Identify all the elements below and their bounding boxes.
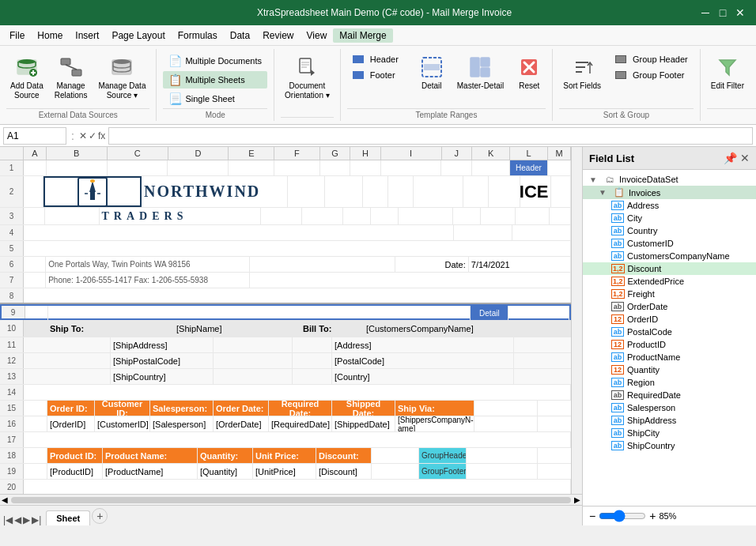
cell-group-footer-tag[interactable]: GroupFooter0 xyxy=(419,464,467,479)
field-list-item-custcompanyname[interactable]: ab CustomersCompanyName xyxy=(583,250,756,262)
cell-h3[interactable] xyxy=(399,208,453,224)
cell-prod-id-val[interactable]: [ProductID] xyxy=(47,464,103,479)
cell-bill-to-label[interactable]: Bill To: xyxy=(301,320,364,337)
cell-e11[interactable] xyxy=(293,337,332,352)
field-list-root[interactable]: ▼ 🗂 InvoiceDataSet xyxy=(583,173,756,186)
col-header-d[interactable]: D xyxy=(168,147,229,160)
col-header-f[interactable]: F xyxy=(274,147,320,160)
close-button[interactable]: ✕ xyxy=(732,5,748,21)
cell-a13[interactable] xyxy=(24,369,111,384)
cell-rest18[interactable] xyxy=(467,448,538,463)
cell-a15[interactable] xyxy=(24,401,47,416)
cell-ship-via-hdr[interactable]: Ship Via: xyxy=(395,401,474,416)
cell-i3[interactable] xyxy=(453,208,481,224)
single-sheet-button[interactable]: 📃 Single Sheet xyxy=(163,90,267,107)
cell-j2[interactable] xyxy=(489,176,520,207)
cell-a9[interactable] xyxy=(25,306,48,320)
cell-qty-val[interactable]: [Quantity] xyxy=(198,464,253,479)
col-header-i[interactable]: I xyxy=(381,147,442,160)
col-header-a[interactable]: A xyxy=(24,147,47,160)
cell-d13[interactable] xyxy=(214,369,293,384)
cell-order-id-val[interactable]: [OrderID] xyxy=(47,416,95,431)
menu-item-review[interactable]: Review xyxy=(256,28,300,43)
cell-f18[interactable] xyxy=(372,448,419,463)
cell-b1[interactable] xyxy=(47,160,108,175)
field-list-item-quantity[interactable]: 12 Quantity xyxy=(583,363,756,376)
cell-ship-addr[interactable]: [ShipAddress] xyxy=(111,337,214,352)
header-button[interactable]: Header xyxy=(347,52,410,66)
field-list-item-shipcountry[interactable]: ab ShipCountry xyxy=(583,439,756,452)
cell-salesperson-val[interactable]: [Salesperson] xyxy=(150,416,214,431)
field-list-item-postalcode[interactable]: ab PostalCode xyxy=(583,326,756,338)
cell-k3[interactable] xyxy=(516,208,550,224)
cell-b9[interactable] xyxy=(48,306,471,320)
cell-req-date-val[interactable]: [RequiredDate] xyxy=(269,416,332,431)
field-list-content[interactable]: ▼ 🗂 InvoiceDataSet ▼ 📋 Invoices ab Addre… xyxy=(583,170,756,506)
cell-rest16[interactable] xyxy=(474,416,538,431)
cell-cust-company[interactable]: [CustomersCompanyName] xyxy=(364,320,546,337)
cell-f2[interactable] xyxy=(363,176,388,207)
add-data-source-button[interactable]: Add DataSource xyxy=(6,52,47,103)
scroll-left-button[interactable]: ◀ xyxy=(2,495,8,504)
cell-row20[interactable] xyxy=(24,480,571,494)
cell-e13[interactable] xyxy=(293,369,332,384)
cell-ship-to-label[interactable]: Ship To: xyxy=(47,320,111,337)
cell-e12[interactable] xyxy=(293,353,332,368)
menu-item-home[interactable]: Home xyxy=(31,28,69,43)
grid-scroll[interactable]: A B C D E F G H I J K L M xyxy=(0,147,571,494)
multiple-documents-button[interactable]: 📄 Multiple Documents xyxy=(163,52,267,70)
cell-ship-name[interactable]: [ShipName] xyxy=(174,320,253,337)
reset-filter-button[interactable]: ResetFilter xyxy=(753,52,756,103)
cell-i1[interactable] xyxy=(381,160,442,175)
field-list-item-region[interactable]: ab Region xyxy=(583,376,756,389)
cell-e1[interactable] xyxy=(229,160,274,175)
multiple-sheets-button[interactable]: 📋 Multiple Sheets xyxy=(163,71,267,88)
cell-ship-date-hdr[interactable]: Shipped Date: xyxy=(332,401,395,416)
group-header-button[interactable]: Group Header xyxy=(610,52,694,66)
cell-country-val[interactable]: [Country] xyxy=(332,369,514,384)
cell-group-header-tag[interactable]: GroupHeader0 xyxy=(419,448,467,463)
cell-d3[interactable] xyxy=(261,208,302,224)
field-list-item-freight[interactable]: 1,2 Freight xyxy=(583,288,756,300)
cell-discount-hdr[interactable]: Discount: xyxy=(316,448,372,463)
cell-date-val[interactable]: 7/14/2021 xyxy=(469,257,571,272)
cell-ship-country[interactable]: [ShipCountry] xyxy=(111,369,214,384)
cell-a1[interactable] xyxy=(24,160,47,175)
zoom-slider[interactable] xyxy=(599,510,646,522)
cell-reference-input[interactable]: A1 xyxy=(3,127,66,145)
manage-relations-button[interactable]: ManageRelations xyxy=(51,52,92,103)
zoom-out-button[interactable]: − xyxy=(589,510,595,522)
cell-e2[interactable] xyxy=(325,176,362,207)
cell-unit-price-val[interactable]: [UnitPrice] xyxy=(253,464,316,479)
cell-prod-name-val[interactable]: [ProductName] xyxy=(103,464,198,479)
last-tab-button[interactable]: ▶| xyxy=(32,514,41,525)
field-list-item-productid[interactable]: 12 ProductID xyxy=(583,338,756,351)
document-orientation-button[interactable]: DocumentOrientation ▾ xyxy=(281,52,334,103)
sort-fields-button[interactable]: Sort Fields xyxy=(559,52,605,93)
menu-item-file[interactable]: File xyxy=(3,28,31,43)
cell-a3[interactable] xyxy=(24,208,45,224)
sheet-content[interactable]: A B C D E F G H I J K L M xyxy=(0,147,582,494)
cell-g3[interactable] xyxy=(371,208,399,224)
cell-ship-via-val[interactable]: [ShippersCompanyN-ame] xyxy=(395,416,474,431)
cell-rest7[interactable] xyxy=(250,273,571,288)
cell-h2[interactable] xyxy=(414,176,463,207)
cell-i2[interactable] xyxy=(463,176,489,207)
col-header-h[interactable]: H xyxy=(350,147,380,160)
field-list-item-discount[interactable]: 1,2 Discount xyxy=(583,262,756,275)
cell-e3[interactable] xyxy=(302,208,343,224)
cell-a18[interactable] xyxy=(24,448,47,463)
master-detail-button[interactable]: Master-Detail xyxy=(453,52,508,93)
cell-postal-val[interactable]: [PostalCode] xyxy=(332,353,514,368)
cell-qty-hdr[interactable]: Quantity: xyxy=(198,448,253,463)
cell-a2[interactable] xyxy=(24,176,43,207)
cell-cust-id-val[interactable]: [CustomerID] xyxy=(95,416,150,431)
cell-d6[interactable] xyxy=(250,257,395,272)
field-list-item-orderdate[interactable]: ab OrderDate xyxy=(583,300,756,313)
cell-phone[interactable]: Phone: 1-206-555-1417 Fax: 1-206-555-593… xyxy=(46,273,250,288)
col-header-m[interactable]: M xyxy=(548,147,571,160)
col-header-b[interactable]: B xyxy=(47,147,108,160)
add-sheet-button[interactable]: + xyxy=(92,508,108,524)
col-header-j[interactable]: J xyxy=(442,147,472,160)
cell-jk4[interactable] xyxy=(512,225,571,240)
